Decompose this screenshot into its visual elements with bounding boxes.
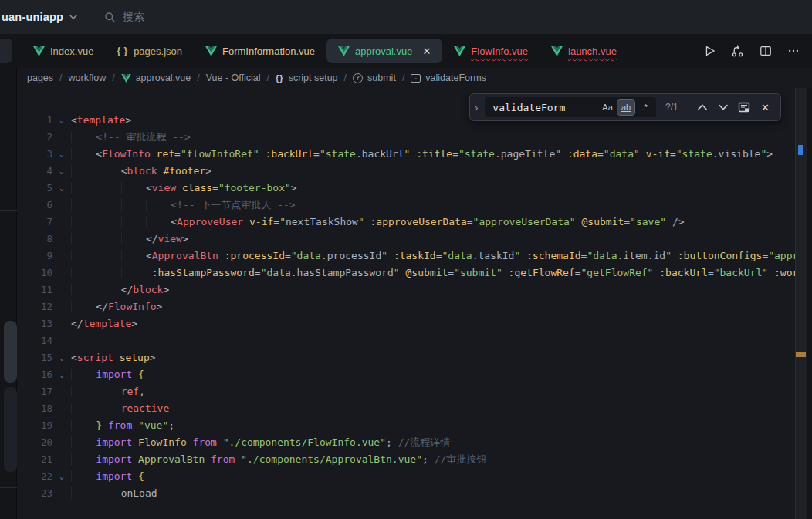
- fold-gutter: [52, 417, 71, 434]
- find-in-selection-button[interactable]: [737, 99, 752, 115]
- project-name: uan-uniapp: [2, 11, 63, 23]
- more-actions-button[interactable]: [787, 45, 800, 57]
- code-line[interactable]: 13</template>: [17, 315, 812, 332]
- code-lines: 1⌄<template>2 <!-- 审批流程 -->3⌄ <FlowInfo …: [17, 112, 812, 502]
- run-button[interactable]: [703, 45, 716, 57]
- code-line[interactable]: 9 <ApprovalBtn :processId="data.processI…: [17, 248, 812, 265]
- fold-gutter: [52, 400, 71, 417]
- code-line[interactable]: 16⌄ import {: [17, 366, 812, 383]
- find-query-text[interactable]: validateForm: [492, 102, 597, 113]
- git-compare-icon: [731, 45, 744, 58]
- fold-chevron-icon[interactable]: ⌄: [52, 180, 71, 197]
- match-case-toggle[interactable]: Aa: [599, 100, 616, 115]
- fold-gutter: [52, 265, 71, 281]
- fold-gutter: [52, 281, 71, 298]
- code-line[interactable]: 23 onLoad: [17, 485, 812, 502]
- fold-gutter: [52, 451, 71, 468]
- breadcrumb-separator: /: [112, 72, 114, 83]
- tab-close-icon[interactable]: ✕: [422, 46, 431, 56]
- editor-actions: [703, 34, 800, 68]
- fold-gutter: [52, 214, 71, 231]
- global-search[interactable]: 搜索: [104, 10, 144, 24]
- split-editor-button[interactable]: [760, 45, 772, 57]
- code-line[interactable]: 21 import ApprovalBtn from "./components…: [17, 451, 812, 468]
- tabs-container: Index.vue { } pages.json FormInformation…: [22, 39, 628, 63]
- code-line[interactable]: 22⌄ import {: [17, 468, 812, 485]
- code-line[interactable]: 20 import FlowInfo from "./components/Fl…: [17, 434, 812, 451]
- fold-chevron-icon[interactable]: ⌄: [52, 146, 71, 163]
- title-bar: uan-uniapp 搜索: [0, 0, 812, 34]
- code-line[interactable]: 7 <ApproveUser v-if="nextTaskShow" :appr…: [17, 214, 812, 231]
- find-previous-button[interactable]: [695, 99, 710, 115]
- breadcrumb-approval-vue[interactable]: approval.vue: [121, 72, 191, 83]
- breadcrumb-workflow[interactable]: workflow: [69, 72, 107, 83]
- code-line[interactable]: 6 <!-- 下一节点审批人 -->: [17, 197, 812, 214]
- tab-launch-vue[interactable]: launch.vue: [540, 39, 628, 63]
- tab-label: Index.vue: [50, 45, 93, 57]
- sliver-divider: [0, 210, 17, 211]
- code-line[interactable]: 3⌄ <FlowInfo ref="flowInfoRef" :backUrl=…: [17, 146, 812, 163]
- editor-tab-bar: Index.vue { } pages.json FormInformation…: [0, 34, 812, 68]
- find-expand-toggle[interactable]: ›: [475, 102, 485, 113]
- code-line[interactable]: 11 </block>: [17, 281, 812, 298]
- code-line[interactable]: 8 </view>: [17, 231, 812, 248]
- breadcrumb-script-setup[interactable]: {} script setup: [276, 72, 337, 83]
- code-line[interactable]: 19 } from "vue";: [17, 417, 812, 434]
- tab-label: launch.vue: [568, 45, 617, 57]
- tab-index-vue[interactable]: Index.vue: [22, 39, 105, 63]
- fold-gutter: [52, 129, 71, 146]
- overview-ruler[interactable]: [795, 88, 807, 519]
- json-braces-icon: { }: [117, 45, 128, 56]
- symbol-braces-icon: {}: [276, 73, 284, 83]
- fold-chevron-icon[interactable]: ⌄: [52, 366, 71, 383]
- fold-chevron-icon[interactable]: ⌄: [52, 112, 71, 129]
- tab-pages-json[interactable]: { } pages.json: [105, 39, 194, 63]
- code-line[interactable]: 14: [17, 332, 812, 349]
- overview-search-marker: [798, 145, 803, 155]
- project-switcher[interactable]: uan-uniapp: [2, 11, 77, 23]
- whole-word-toggle[interactable]: ab: [617, 100, 634, 115]
- breadcrumb-vue-official[interactable]: Vue - Official: [206, 72, 261, 83]
- chevron-up-icon: [698, 104, 707, 110]
- fold-chevron-icon[interactable]: ⌄: [52, 468, 71, 485]
- tab-approval-vue-active[interactable]: approval.vue ✕: [326, 39, 442, 63]
- play-icon: [703, 45, 716, 57]
- fold-gutter: [52, 197, 71, 214]
- fold-chevron-icon[interactable]: ⌄: [52, 163, 71, 180]
- code-line[interactable]: 4⌄ <block #footer>: [17, 163, 812, 180]
- find-close-button[interactable]: ✕: [758, 99, 773, 115]
- sliver-scrollbar-track: [4, 387, 17, 472]
- code-line[interactable]: 2 <!-- 审批流程 -->: [17, 129, 812, 146]
- breadcrumb-submit[interactable]: f submit: [353, 72, 396, 83]
- code-line[interactable]: 18 reactive: [17, 400, 812, 417]
- breadcrumb-validateforms[interactable]: ▫ validateForms: [411, 72, 486, 83]
- overview-change-marker: [796, 352, 806, 357]
- regex-toggle[interactable]: .*: [636, 100, 653, 115]
- titlebar-divider: [90, 8, 90, 25]
- collapsed-sidebar-sliver[interactable]: ue: [0, 68, 17, 519]
- hidden-panel-sliver[interactable]: [0, 39, 12, 63]
- tab-label: approval.vue: [355, 45, 412, 57]
- code-line[interactable]: 15⌄<script setup>: [17, 349, 812, 366]
- vue-icon: [205, 46, 217, 56]
- breadcrumb-pages[interactable]: pages: [27, 72, 53, 83]
- split-editor-icon: [760, 45, 772, 57]
- find-input[interactable]: validateForm Aa ab .*: [485, 97, 656, 117]
- code-line[interactable]: 12 </FlowInfo>: [17, 298, 812, 315]
- open-changes-button[interactable]: [731, 45, 744, 58]
- code-line[interactable]: 17 ref,: [17, 383, 812, 400]
- tab-forminformation-vue[interactable]: FormInformation.vue: [194, 39, 326, 63]
- editor-group: pages / workflow / approval.vue / Vue - …: [17, 68, 812, 519]
- code-line[interactable]: 5⌄ <view class="footer-box">: [17, 180, 812, 197]
- code-editor[interactable]: 1⌄<template>2 <!-- 审批流程 -->3⌄ <FlowInfo …: [17, 88, 812, 519]
- fold-chevron-icon[interactable]: ⌄: [52, 349, 71, 366]
- tab-label: pages.json: [134, 45, 182, 57]
- find-next-button[interactable]: [716, 99, 731, 115]
- sliver-scrollbar-thumb[interactable]: [4, 321, 17, 383]
- ellipsis-icon: [787, 45, 800, 57]
- breadcrumb-separator: /: [59, 72, 62, 83]
- code-line[interactable]: 10 :hasStampPassword="data.hasStampPassw…: [17, 265, 812, 281]
- tab-flowinfo-vue[interactable]: FlowInfo.vue: [442, 39, 540, 63]
- vue-icon: [338, 46, 350, 56]
- tab-label: FormInformation.vue: [222, 45, 315, 57]
